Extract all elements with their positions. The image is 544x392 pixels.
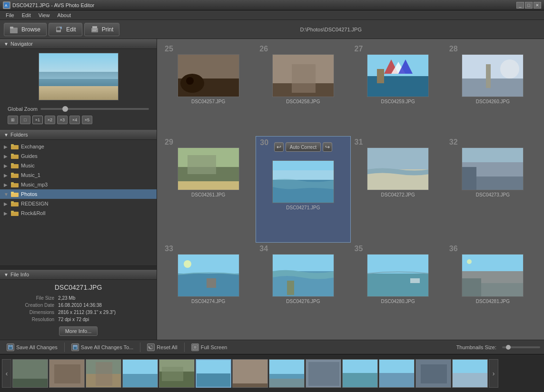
folder-item-rockandroll[interactable]: ▶ Rock&Roll [0, 208, 157, 218]
photo-number: 27 [355, 45, 363, 53]
photo-cell-25[interactable]: 25 DSC04257.JPG [161, 43, 256, 136]
svg-rect-70 [481, 283, 524, 297]
save-all-button[interactable]: Save All Changes [4, 343, 60, 352]
info-row-dimensions: Dimensions 2816 x 2112 (39.1" x 29.3") [5, 309, 152, 315]
photo-cell-29[interactable]: 29 DSC04261.JPG [161, 136, 256, 243]
navigator-section: Global Zoom ⊞ □ ×1 ×2 ×3 ×4 ×5 [0, 49, 157, 130]
folder-item-music1[interactable]: ▶ Music_1 [0, 170, 157, 180]
filmstrip-thumb-5[interactable] [196, 359, 231, 388]
filmstrip-thumb-10[interactable] [379, 359, 415, 388]
filmstrip-thumb-8[interactable] [306, 359, 341, 388]
maximize-button[interactable]: □ [525, 2, 533, 9]
filmstrip-thumb-9[interactable] [342, 359, 378, 388]
save-all-to-label: Save All Changes To... [81, 344, 133, 350]
folder-arrow: ▶ [4, 182, 10, 187]
menubar: File Edit View About [0, 10, 544, 20]
photo-cell-31[interactable]: 31 DSC04272.JPG [351, 136, 445, 243]
minimize-button[interactable]: _ [516, 2, 524, 9]
zoom-1x-btn[interactable]: ×1 [32, 116, 43, 124]
zoom-slider[interactable] [40, 108, 149, 110]
folder-item-exchange[interactable]: ▶ Exchange [0, 142, 157, 151]
edit-button[interactable]: Edit [49, 23, 82, 36]
save-all-to-button[interactable]: Save All Changes To... [69, 343, 136, 352]
svg-rect-105 [421, 364, 447, 383]
filmstrip-thumb-3[interactable] [122, 359, 158, 388]
svg-rect-69 [462, 278, 481, 297]
menu-file[interactable]: File [2, 11, 18, 19]
svg-rect-24 [11, 201, 14, 203]
photo-name-30: DSC04271.JPG [286, 205, 320, 210]
zoom-fit-btn[interactable]: □ [20, 116, 30, 124]
photo-number: 31 [355, 138, 363, 147]
svg-rect-49 [273, 170, 334, 180]
navigator-header[interactable]: ▼ Navigator [0, 39, 157, 49]
filmstrip-thumb-1[interactable] [49, 359, 85, 388]
folders-list: ▶ Exchange ▶ Guides ▶ [0, 140, 157, 265]
more-info-button[interactable]: More Info... [59, 326, 98, 336]
photo-cell-28[interactable]: 28 DSC04260.JPG [445, 43, 540, 136]
menu-about[interactable]: About [53, 11, 75, 19]
svg-rect-26 [11, 211, 14, 213]
photo-cell-33[interactable]: 33 DSC04274.JPG [161, 243, 256, 336]
menu-edit[interactable]: Edit [18, 11, 35, 19]
fileinfo-header[interactable]: ▼ File Info [0, 270, 157, 280]
photo-number: 28 [449, 45, 458, 53]
folder-item-photos[interactable]: ▼ Photos [0, 189, 157, 199]
photo-cell-35[interactable]: 35 DSC04280.JPG [351, 243, 445, 336]
folder-item-music[interactable]: ▶ Music [0, 161, 157, 170]
full-screen-button[interactable]: Full Screen [188, 343, 230, 352]
zoom-2x-btn[interactable]: ×2 [45, 116, 55, 124]
photo-number: 26 [259, 45, 268, 53]
filmstrip-thumb-4[interactable] [159, 359, 195, 388]
photo-cell-26[interactable]: 26 DSC04258.JPG [256, 43, 350, 136]
filmstrip-thumb-11[interactable] [415, 359, 451, 388]
filmstrip-thumb-0[interactable] [12, 359, 48, 388]
save-all-label: Save All Changes [16, 344, 58, 350]
svg-rect-85 [96, 362, 112, 386]
filmstrip-thumb-2[interactable] [86, 359, 121, 388]
svg-rect-97 [269, 379, 305, 388]
reset-all-button[interactable]: Reset All [144, 343, 180, 352]
auto-correct-button[interactable]: Auto Correct [286, 142, 321, 152]
filmstrip-thumb-6[interactable] [232, 359, 268, 388]
photo-name-31: DSC04272.JPG [381, 192, 415, 197]
folder-item-guides[interactable]: ▶ Guides [0, 151, 157, 161]
svg-rect-51 [367, 148, 429, 169]
svg-rect-47 [188, 155, 216, 174]
folder-item-redesign[interactable]: ▶ REDESIGN [0, 199, 157, 208]
photo-name-36: DSC04281.JPG [476, 299, 510, 304]
photo-cell-30[interactable]: 30 ↩ Auto Correct ↪ DSC04271.JPG [256, 136, 350, 243]
folders-header[interactable]: ▼ Folders [0, 130, 157, 140]
undo-arrow-button[interactable]: ↩ [274, 142, 284, 152]
photo-cell-34[interactable]: 34 DSC04276.JPG [256, 243, 350, 336]
folder-item-music-mp3[interactable]: ▶ Music_mp3 [0, 180, 157, 189]
reset-all-icon [147, 343, 155, 351]
filmstrip-prev-button[interactable]: ‹ [2, 359, 11, 388]
filmstrip-thumb-12[interactable] [452, 359, 488, 388]
zoom-5x-btn[interactable]: ×5 [82, 116, 92, 124]
info-value-resolution: 72 dpi x 72 dpi [58, 316, 152, 323]
folders-horizontal-scrollbar[interactable] [0, 265, 157, 269]
filmstrip-thumb-7[interactable] [269, 359, 305, 388]
print-button[interactable]: Print [84, 23, 120, 36]
thumbnails-size-slider[interactable] [502, 346, 540, 348]
zoom-thumb[interactable] [62, 106, 68, 112]
folders-title: Folders [10, 132, 28, 137]
svg-rect-95 [269, 360, 305, 374]
divider-1 [64, 343, 65, 352]
zoom-4x-btn[interactable]: ×4 [69, 116, 80, 124]
photo-number: 34 [259, 245, 268, 253]
redo-arrow-button[interactable]: ↪ [323, 142, 332, 152]
zoom-3x-btn[interactable]: ×3 [57, 116, 68, 124]
photo-cell-32[interactable]: 32 DSC04273.JPG [445, 136, 540, 243]
svg-rect-35 [367, 76, 429, 97]
close-button[interactable]: ✕ [534, 2, 541, 9]
photo-cell-36[interactable]: 36 DSC04281.JPG [445, 243, 540, 336]
photo-cell-27[interactable]: 27 DSC04259.JPG [351, 43, 445, 136]
menu-view[interactable]: View [35, 11, 54, 19]
browse-button[interactable]: Browse [4, 23, 47, 36]
browse-icon [10, 25, 19, 34]
thumbnails-size-thumb[interactable] [506, 345, 511, 350]
filmstrip-next-button[interactable]: › [489, 359, 498, 388]
zoom-grid-btn[interactable]: ⊞ [8, 116, 18, 124]
